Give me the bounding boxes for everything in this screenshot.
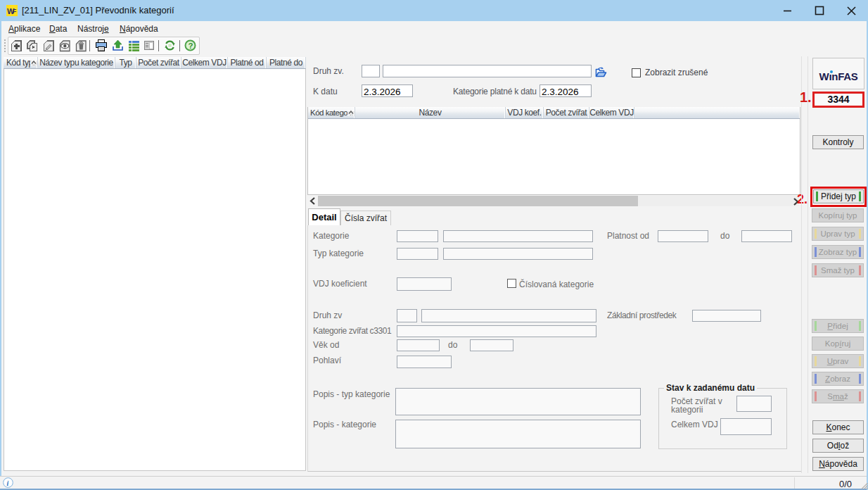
svg-text:i: i	[7, 479, 9, 487]
svg-text:?: ?	[188, 42, 193, 50]
svg-text:F: F	[13, 8, 16, 15]
